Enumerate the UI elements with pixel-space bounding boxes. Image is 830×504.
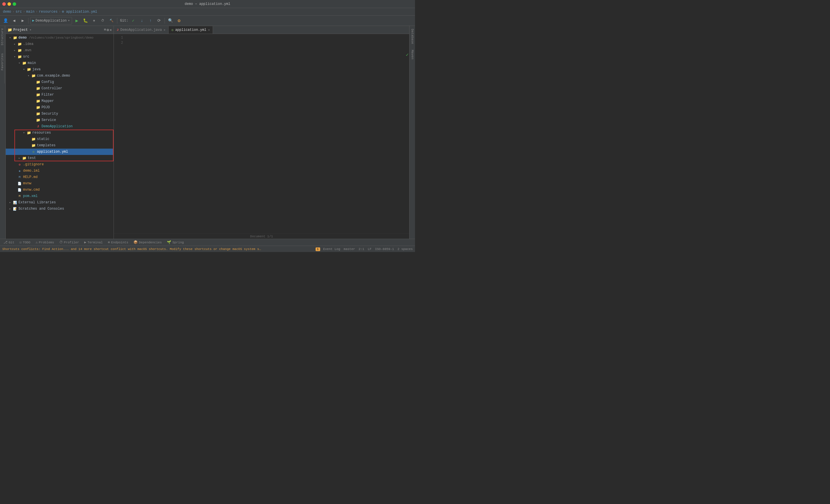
tab-demoapplication-java[interactable]: J DemoApplication.java ✕ (114, 26, 168, 34)
tab-label-application-yml: application.yml (175, 28, 206, 32)
tab-close-application-yml[interactable]: ✕ (208, 28, 210, 32)
tree-item-pojo[interactable]: 📁 POJO (6, 104, 114, 110)
run-button[interactable]: ▶ (73, 17, 81, 25)
editor-code[interactable] (125, 34, 409, 234)
bottom-tab-git[interactable]: ⎇ Git (1, 239, 17, 246)
close-panel-button[interactable]: ✕ (109, 28, 112, 32)
maximize-button[interactable] (13, 2, 16, 6)
debug-button[interactable]: 🐛 (82, 17, 89, 25)
user-icon-button[interactable]: 👤 (2, 17, 9, 25)
bottom-tab-endpoints[interactable]: ⊕ Endpoints (105, 239, 131, 246)
tree-item-demo[interactable]: 📁 demo /Volumes/code/java/springboot/dem… (6, 35, 114, 41)
traffic-lights[interactable] (2, 2, 16, 6)
breadcrumb-src[interactable]: src (15, 10, 22, 14)
event-log-badge: 1 Event Log (316, 247, 340, 251)
close-button[interactable] (2, 2, 6, 6)
breadcrumb-main[interactable]: main (26, 10, 35, 14)
maven-tab[interactable]: Maven (410, 48, 415, 61)
right-sidebar: Database Maven (409, 26, 415, 239)
editor-content[interactable]: 1 2 (114, 34, 409, 234)
tree-item-demoapplication[interactable]: J DemoApplication (6, 123, 114, 130)
forward-button[interactable]: ▶ (19, 17, 27, 25)
git-branch[interactable]: master (344, 247, 355, 251)
window-title: demo – application.yml (185, 2, 230, 6)
event-log-label[interactable]: Event Log (323, 247, 340, 251)
panel-dropdown-icon[interactable]: ▾ (29, 28, 31, 32)
bottom-tab-dependencies[interactable]: 📦 Dependencies (131, 239, 164, 246)
tree-item-controller[interactable]: 📁 Controller (6, 85, 114, 92)
tree-item-mapper[interactable]: 📁 Mapper (6, 98, 114, 104)
bottom-tab-profiler[interactable]: ⏱ Profiler (57, 239, 82, 246)
tree-label-idea: .idea (23, 42, 33, 46)
tree-item-package[interactable]: 📁 com.example.demo (6, 73, 114, 79)
tree-container[interactable]: 📁 demo /Volumes/code/java/springboot/dem… (6, 34, 114, 239)
tree-item-security[interactable]: 📁 Security (6, 110, 114, 117)
bottom-tabs: ⎇ Git ☑ TODO ⚠ Problems ⏱ Profiler ▶ Ter… (0, 239, 415, 246)
git-update-button[interactable]: ↓ (138, 17, 146, 25)
search-everywhere-button[interactable]: 🔍 (167, 17, 174, 25)
tree-item-mvnw[interactable]: 📄 mvnw (6, 180, 114, 187)
settings-panel-button[interactable]: ⚙ (107, 28, 109, 32)
tree-item-gitignore[interactable]: ⚙ .gitignore (6, 161, 114, 168)
favorites-tab[interactable]: Favorites (1, 52, 4, 71)
md-icon-help: M (17, 175, 22, 179)
tree-item-templates[interactable]: 📁 templates (6, 142, 114, 148)
minimize-button[interactable] (7, 2, 11, 6)
tree-label-static: static (37, 137, 49, 141)
java-icon-demoapplication: J (36, 124, 40, 129)
tree-item-service[interactable]: 📁 Service (6, 117, 114, 123)
breadcrumb-resources[interactable]: resources (39, 10, 58, 14)
profile-button[interactable]: ⏱ (99, 17, 107, 25)
folder-icon-filter: 📁 (36, 93, 40, 97)
bottom-tab-spring[interactable]: 🌱 Spring (165, 239, 186, 246)
tree-item-main[interactable]: 📁 main (6, 60, 114, 66)
doc-info-bar: Document 1/1 (114, 234, 409, 239)
run-config-selector[interactable]: ▶ DemoApplication ▾ (30, 17, 72, 25)
tree-arrow-test (17, 156, 21, 160)
tree-item-config[interactable]: 📁 Config (6, 79, 114, 85)
bottom-tab-problems[interactable]: ⚠ Problems (33, 239, 56, 246)
mvnw-cmd-icon: 📄 (17, 188, 22, 192)
bottom-tab-todo[interactable]: ☑ TODO (17, 239, 33, 246)
folder-icon-package: 📁 (31, 73, 36, 78)
tree-item-resources[interactable]: 📁 resources (6, 130, 114, 136)
tree-item-java[interactable]: 📁 java (6, 66, 114, 73)
bottom-tab-git-label: Git (9, 241, 14, 244)
tree-item-external-libraries[interactable]: 📊 External Libraries (6, 199, 114, 206)
tree-label-gitignore: .gitignore (23, 162, 44, 166)
coverage-button[interactable]: ⊕ (91, 17, 98, 25)
git-push-button[interactable]: ↑ (147, 17, 154, 25)
tree-item-filter[interactable]: 📁 Filter (6, 92, 114, 98)
back-button[interactable]: ◀ (10, 17, 18, 25)
structure-tab[interactable]: Structure (1, 27, 4, 46)
resources-group: 📁 resources 📁 static 📁 templates (6, 130, 114, 161)
tab-application-yml[interactable]: ⚙ application.yml ✕ (168, 26, 213, 34)
tab-close-demoapplication[interactable]: ✕ (164, 28, 165, 32)
tree-item-application-yml[interactable]: ⚙ application.yml (6, 148, 114, 155)
breadcrumb-file[interactable]: ⚙ application.yml (62, 9, 97, 14)
tree-item-src[interactable]: 📁 src (6, 54, 114, 60)
breadcrumb-demo[interactable]: demo (3, 10, 11, 14)
tree-item-mvn[interactable]: 📁 .mvn (6, 47, 114, 54)
tree-label-demo: demo /Volumes/code/java/springboot/demo (19, 36, 93, 40)
git-history-button[interactable]: ⟳ (155, 17, 163, 25)
status-right: 1 Event Log master 2:1 LF ISO-8859-1 2 s… (316, 247, 413, 251)
tree-item-scratches[interactable]: 📝 Scratches and Consoles (6, 206, 114, 212)
line-ending[interactable]: LF (368, 247, 372, 251)
indent[interactable]: 2 spaces (397, 247, 413, 251)
build-button[interactable]: 🔨 (108, 17, 115, 25)
tree-item-test[interactable]: 📁 test (6, 155, 114, 161)
settings-button[interactable]: ⚙ (175, 17, 183, 25)
encoding[interactable]: ISO-8859-1 (375, 247, 394, 251)
collapse-all-button[interactable]: ≡ (104, 28, 106, 32)
tree-item-idea[interactable]: 📁 .idea (6, 41, 114, 47)
tree-item-static[interactable]: 📁 static (6, 136, 114, 142)
tree-item-pom-xml[interactable]: M pom.xml (6, 193, 114, 199)
git-check-button[interactable]: ✓ (129, 17, 137, 25)
tree-item-help-md[interactable]: M HELP.md (6, 174, 114, 180)
bottom-tab-terminal[interactable]: ▶ Terminal (82, 239, 105, 246)
database-tab[interactable]: Database (410, 27, 415, 46)
tree-item-demo-iml[interactable]: ◈ demo.iml (6, 168, 114, 174)
tree-item-mvnw-cmd[interactable]: 📄 mvnw.cmd (6, 187, 114, 193)
bottom-tab-endpoints-label: Endpoints (111, 241, 128, 244)
